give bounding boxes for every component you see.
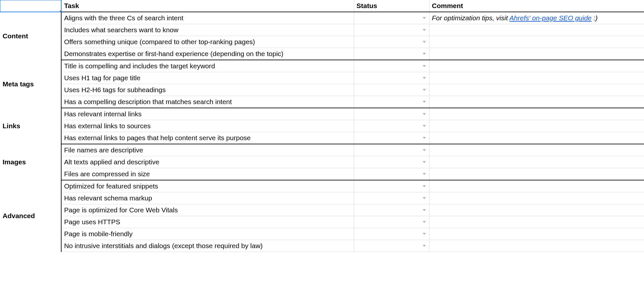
status-dropdown-cell[interactable] (354, 240, 429, 252)
status-dropdown-cell[interactable] (354, 24, 429, 36)
status-dropdown-cell[interactable] (354, 84, 429, 96)
table-row: Offers something unique (compared to oth… (0, 36, 644, 48)
comment-cell[interactable] (429, 48, 644, 60)
task-cell[interactable]: Has a compelling description that matche… (61, 96, 354, 108)
status-dropdown-cell[interactable] (354, 108, 429, 120)
chevron-down-icon[interactable] (423, 41, 426, 43)
status-dropdown-cell[interactable] (354, 120, 429, 132)
category-cell[interactable]: Links (0, 108, 61, 144)
comment-cell[interactable] (429, 120, 644, 132)
status-dropdown-cell[interactable] (354, 192, 429, 204)
task-cell[interactable]: Has relevant schema markup (61, 192, 354, 204)
comment-cell[interactable] (429, 168, 644, 180)
status-dropdown-cell[interactable] (354, 228, 429, 240)
task-cell[interactable]: Uses H2-H6 tags for subheadings (61, 84, 354, 96)
table-row: Alt texts applied and descriptive (0, 156, 644, 168)
comment-cell[interactable] (429, 228, 644, 240)
chevron-down-icon[interactable] (423, 29, 426, 31)
comment-cell[interactable] (429, 24, 644, 36)
comment-cell[interactable] (429, 216, 644, 228)
status-dropdown-cell[interactable] (354, 72, 429, 84)
comment-cell[interactable] (429, 144, 644, 156)
status-dropdown-cell[interactable] (354, 216, 429, 228)
chevron-down-icon[interactable] (423, 185, 426, 187)
comment-cell[interactable] (429, 72, 644, 84)
comment-cell[interactable] (429, 132, 644, 144)
comment-cell[interactable] (429, 96, 644, 108)
comment-cell[interactable] (429, 60, 644, 72)
chevron-down-icon[interactable] (423, 233, 426, 235)
status-dropdown-cell[interactable] (354, 48, 429, 60)
status-dropdown-cell[interactable] (354, 156, 429, 168)
task-cell[interactable]: Has relevant internal links (61, 108, 354, 120)
comment-cell[interactable] (429, 36, 644, 48)
chevron-down-icon[interactable] (423, 161, 426, 163)
status-dropdown-cell[interactable] (354, 144, 429, 156)
chevron-down-icon[interactable] (423, 89, 426, 91)
comment-cell[interactable]: For optimization tips, visit Ahrefs' on-… (429, 12, 644, 24)
task-cell[interactable]: File names are descriptive (61, 144, 354, 156)
table-row: Includes what searchers want to know (0, 24, 644, 36)
chevron-down-icon[interactable] (423, 137, 426, 139)
header-comment-cell[interactable]: Comment (429, 0, 644, 12)
comment-cell[interactable] (429, 192, 644, 204)
chevron-down-icon[interactable] (423, 101, 426, 103)
comment-cell[interactable] (429, 156, 644, 168)
task-cell[interactable]: Demonstrates expertise or first-hand exp… (61, 48, 354, 60)
chevron-down-icon[interactable] (423, 77, 426, 79)
status-dropdown-cell[interactable] (354, 12, 429, 24)
status-dropdown-cell[interactable] (354, 180, 429, 192)
category-cell[interactable]: Meta tags (0, 60, 61, 108)
category-cell[interactable]: Advanced (0, 180, 61, 252)
chevron-down-icon[interactable] (423, 221, 426, 223)
task-cell[interactable]: Has external links to pages that help co… (61, 132, 354, 144)
header-task-cell[interactable]: Task (61, 0, 354, 12)
task-cell[interactable]: Uses H1 tag for page title (61, 72, 354, 84)
chevron-down-icon[interactable] (423, 197, 426, 199)
comment-cell[interactable] (429, 108, 644, 120)
chevron-down-icon[interactable] (423, 125, 426, 127)
table-row: ImagesFile names are descriptive (0, 144, 644, 156)
chevron-down-icon[interactable] (423, 149, 426, 151)
comment-cell[interactable] (429, 180, 644, 192)
chevron-down-icon[interactable] (423, 173, 426, 175)
table-row: Uses H2-H6 tags for subheadings (0, 84, 644, 96)
status-dropdown-cell[interactable] (354, 168, 429, 180)
comment-cell[interactable] (429, 204, 644, 216)
chevron-down-icon[interactable] (423, 245, 426, 247)
chevron-down-icon[interactable] (423, 65, 426, 67)
task-cell[interactable]: Has external links to sources (61, 120, 354, 132)
comment-link[interactable]: Ahrefs' on-page SEO guide (509, 14, 591, 22)
category-cell[interactable]: Content (0, 12, 61, 60)
comment-cell[interactable] (429, 84, 644, 96)
task-cell[interactable]: Page is optimized for Core Web Vitals (61, 204, 354, 216)
chevron-down-icon[interactable] (423, 209, 426, 211)
task-cell[interactable]: Includes what searchers want to know (61, 24, 354, 36)
header-category-cell[interactable] (0, 0, 61, 12)
status-dropdown-cell[interactable] (354, 132, 429, 144)
comment-cell[interactable] (429, 240, 644, 252)
chevron-down-icon[interactable] (423, 53, 426, 55)
task-cell[interactable]: Page is mobile-friendly (61, 228, 354, 240)
comment-text-suffix: :) (591, 14, 598, 22)
status-dropdown-cell[interactable] (354, 36, 429, 48)
status-dropdown-cell[interactable] (354, 96, 429, 108)
task-cell[interactable]: Title is compelling and includes the tar… (61, 60, 354, 72)
table-row: No intrusive interstitials and dialogs (… (0, 240, 644, 252)
task-cell[interactable]: Files are compressed in size (61, 168, 354, 180)
task-cell[interactable]: Optimized for featured snippets (61, 180, 354, 192)
task-cell[interactable]: No intrusive interstitials and dialogs (… (61, 240, 354, 252)
status-dropdown-cell[interactable] (354, 204, 429, 216)
task-cell[interactable]: Page uses HTTPS (61, 216, 354, 228)
table-row: Page is optimized for Core Web Vitals (0, 204, 644, 216)
table-row: Meta tagsTitle is compelling and include… (0, 60, 644, 72)
chevron-down-icon[interactable] (423, 113, 426, 115)
category-cell[interactable]: Images (0, 144, 61, 180)
task-cell[interactable]: Aligns with the three Cs of search inten… (61, 12, 354, 24)
chevron-down-icon[interactable] (423, 17, 426, 19)
task-cell[interactable]: Offers something unique (compared to oth… (61, 36, 354, 48)
task-cell[interactable]: Alt texts applied and descriptive (61, 156, 354, 168)
header-status-cell[interactable]: Status (354, 0, 429, 12)
status-dropdown-cell[interactable] (354, 60, 429, 72)
comment-text-prefix: For optimization tips, visit (432, 14, 510, 22)
